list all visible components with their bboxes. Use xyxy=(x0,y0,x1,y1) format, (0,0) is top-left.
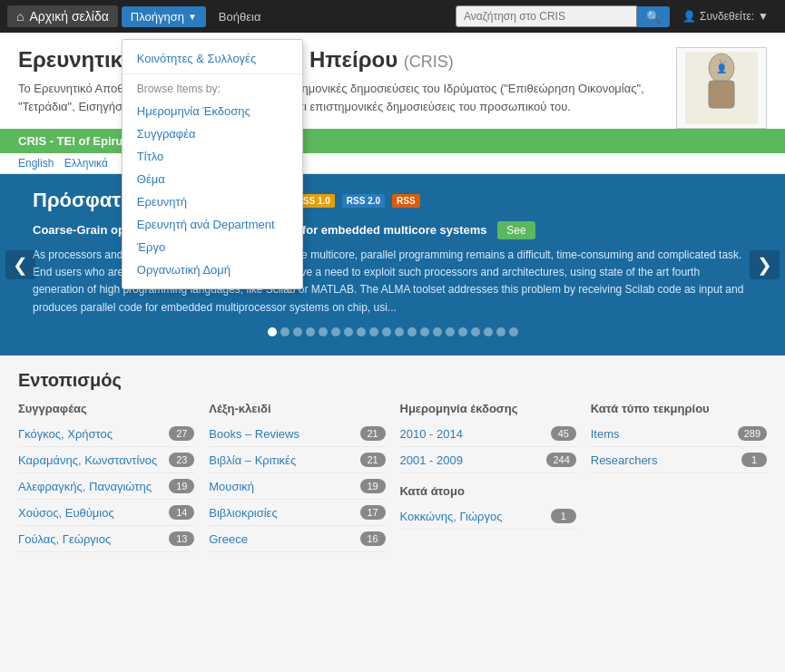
author-count-1: 23 xyxy=(169,453,194,467)
carousel-dots xyxy=(33,327,752,336)
authors-column-title: Συγγραφέας xyxy=(18,402,194,415)
date-count-0: 45 xyxy=(551,426,576,441)
keyword-item-1[interactable]: Βιβλία – Κριτικές 21 xyxy=(209,447,385,473)
home-button[interactable]: ⌂ Αρχική σελίδα xyxy=(7,5,118,27)
type-column: Κατά τύπο τεκμηρίου Items 289 Researcher… xyxy=(591,402,767,552)
carousel-dot-16[interactable] xyxy=(471,327,480,336)
type-item-1[interactable]: Researchers 1 xyxy=(591,447,767,473)
carousel-prev-button[interactable]: ❮ xyxy=(5,250,35,279)
keyword-item-0[interactable]: Books – Reviews 21 xyxy=(209,421,385,447)
author-item-0[interactable]: Γκόγκος, Χρήστος 27 xyxy=(18,421,194,447)
carousel-dot-1[interactable] xyxy=(280,327,289,336)
carousel-dot-12[interactable] xyxy=(420,327,429,336)
carousel-dot-10[interactable] xyxy=(395,327,404,336)
keyword-count-0: 21 xyxy=(360,426,386,441)
hero-description: Το Ερευνητικό Αποθετήριο ΤΕΙ Ηπείρου περ… xyxy=(18,80,662,115)
keyword-name-1: Βιβλία – Κριτικές xyxy=(209,453,296,467)
author-item-1[interactable]: Καραμάνης, Κωνσταντίνος 23 xyxy=(18,447,194,473)
keyword-item-3[interactable]: Βιβλιοκρισίες 17 xyxy=(209,500,385,526)
nav-label: Πλοήγηση xyxy=(131,10,184,24)
keyword-item-4[interactable]: Greece 16 xyxy=(209,526,385,552)
author-count-4: 13 xyxy=(169,531,194,546)
carousel-dot-8[interactable] xyxy=(369,327,378,336)
kata-atomo-title: Κατά άτομο xyxy=(400,484,576,498)
help-link[interactable]: Βοήθεια xyxy=(210,6,270,27)
search-input[interactable] xyxy=(456,5,637,27)
date-column: Ημερομηνία έκδοσης 2010 - 2014 45 2001 -… xyxy=(400,402,576,552)
type-item-0[interactable]: Items 289 xyxy=(591,421,767,447)
browse-date-link[interactable]: Ημερομηνία Έκδοσης xyxy=(123,100,302,122)
browse-project-link[interactable]: Έργο xyxy=(123,236,302,258)
logo-image: 👤 xyxy=(685,52,758,124)
type-count-0: 289 xyxy=(738,426,767,441)
carousel-dot-14[interactable] xyxy=(446,327,455,336)
greek-link[interactable]: Ελληνικά xyxy=(64,157,108,170)
navbar: ⌂ Αρχική σελίδα Πλοήγηση ▼ Κοινότητες & … xyxy=(0,0,785,33)
carousel-dot-15[interactable] xyxy=(458,327,467,336)
carousel-next-button[interactable]: ❯ xyxy=(750,250,780,279)
author-count-2: 19 xyxy=(169,479,194,493)
carousel-dot-2[interactable] xyxy=(293,327,302,336)
keyword-name-4: Greece xyxy=(209,532,248,546)
carousel-dot-13[interactable] xyxy=(433,327,442,336)
svg-rect-2 xyxy=(709,81,734,108)
carousel-section: ❮ Πρόσφατες Καταχωρήσεις RSS 1.0 RSS 2.0… xyxy=(0,174,785,355)
carousel-dot-7[interactable] xyxy=(357,327,366,336)
author-name-2: Αλεφραγκής, Παναγιώτης xyxy=(18,480,152,493)
user-caret-icon: ▼ xyxy=(758,10,769,23)
keyword-name-2: Μουσική xyxy=(209,480,254,493)
search-bar: 🔍 xyxy=(456,5,670,27)
home-label: Αρχική σελίδα xyxy=(29,9,108,24)
kata-atomo-count-0: 1 xyxy=(551,509,576,523)
author-count-0: 27 xyxy=(169,426,194,441)
keyword-count-1: 21 xyxy=(360,453,386,467)
author-item-3[interactable]: Χούσος, Ευθύμιος 14 xyxy=(18,500,194,526)
type-name-1: Researchers xyxy=(591,453,658,467)
caret-icon: ▼ xyxy=(188,12,197,22)
hero-text: Ερευνητικό Αποθετήριο TEI Ηπείρου (CRIS)… xyxy=(18,47,662,115)
browse-researcher-dept-link[interactable]: Ερευνητή ανά Department xyxy=(123,213,302,236)
dropdown-divider xyxy=(123,73,302,74)
carousel-dot-5[interactable] xyxy=(331,327,340,336)
browse-researcher-link[interactable]: Ερευνητή xyxy=(123,190,302,213)
type-column-title: Κατά τύπο τεκμηρίου xyxy=(591,402,767,415)
browse-author-link[interactable]: Συγγραφέα xyxy=(123,122,302,145)
search-button[interactable]: 🔍 xyxy=(637,6,670,27)
navigation-dropdown-button[interactable]: Πλοήγηση ▼ Κοινότητες & Συλλογές Browse … xyxy=(122,6,206,27)
user-menu: 👤 Συνδεθείτε: ▼ xyxy=(673,10,778,23)
carousel-dot-6[interactable] xyxy=(344,327,353,336)
author-name-0: Γκόγκος, Χρήστος xyxy=(18,427,113,441)
user-icon: 👤 xyxy=(682,10,696,23)
browse-title-link[interactable]: Τίτλο xyxy=(123,145,302,168)
english-link[interactable]: English xyxy=(18,157,54,170)
rss-badge: RSS xyxy=(392,194,420,208)
communities-link[interactable]: Κοινότητες & Συλλογές xyxy=(123,47,302,70)
kata-atomo-name-0: Κοκκώνης, Γιώργος xyxy=(400,510,503,523)
kata-atomo-item-0[interactable]: Κοκκώνης, Γιώργος 1 xyxy=(400,503,576,530)
carousel-dot-18[interactable] xyxy=(496,327,505,336)
see-button[interactable]: See xyxy=(497,221,535,239)
carousel-dot-0[interactable] xyxy=(268,327,277,336)
carousel-dot-17[interactable] xyxy=(484,327,493,336)
type-count-1: 1 xyxy=(741,453,767,467)
type-name-0: Items xyxy=(591,427,620,441)
hero-title: Ερευνητικό Αποθετήριο TEI Ηπείρου (CRIS) xyxy=(18,47,662,73)
author-item-2[interactable]: Αλεφραγκής, Παναγιώτης 19 xyxy=(18,473,194,500)
author-name-4: Γούλας, Γεώργιος xyxy=(18,532,111,546)
browse-subject-link[interactable]: Θέμα xyxy=(123,168,302,190)
browse-by-label: Browse Items by: xyxy=(123,78,302,100)
date-item-1[interactable]: 2001 - 2009 244 xyxy=(400,447,576,473)
author-item-4[interactable]: Γούλας, Γεώργιος 13 xyxy=(18,526,194,552)
carousel-dot-3[interactable] xyxy=(306,327,315,336)
carousel-dot-19[interactable] xyxy=(509,327,518,336)
date-column-title: Ημερομηνία έκδοσης xyxy=(400,402,576,415)
home-icon: ⌂ xyxy=(16,9,24,24)
carousel-dot-9[interactable] xyxy=(382,327,391,336)
green-bar-label: CRIS - TEI of Epirus xyxy=(18,134,130,148)
keyword-item-2[interactable]: Μουσική 19 xyxy=(209,473,385,500)
keywords-column: Λέξη-κλειδί Books – Reviews 21 Βιβλία – … xyxy=(209,402,385,552)
browse-org-link[interactable]: Οργανωτική Δομή xyxy=(123,258,302,281)
carousel-dot-11[interactable] xyxy=(407,327,417,336)
carousel-dot-4[interactable] xyxy=(319,327,328,336)
date-item-0[interactable]: 2010 - 2014 45 xyxy=(400,421,576,447)
